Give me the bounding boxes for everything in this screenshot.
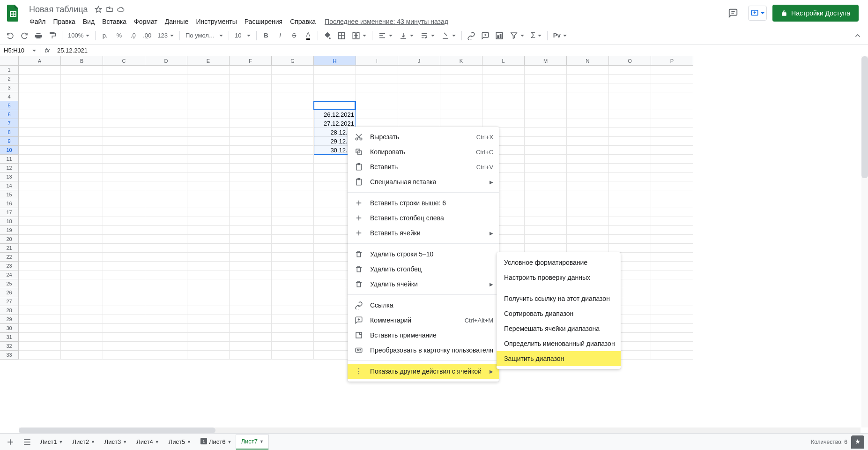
cell-D11[interactable]: [145, 155, 187, 164]
menu-Расширения[interactable]: Расширения: [241, 16, 286, 27]
cell-G16[interactable]: [272, 199, 314, 208]
cell-F1[interactable]: [230, 66, 272, 75]
cell-P29[interactable]: [651, 315, 693, 324]
cell-G4[interactable]: [272, 92, 314, 101]
cell-O20[interactable]: [609, 235, 651, 244]
cell-M3[interactable]: [525, 83, 567, 92]
sheet-tab-Лист1[interactable]: Лист1▼: [36, 435, 67, 450]
cell-E7[interactable]: [187, 119, 230, 128]
bold-button[interactable]: B: [260, 29, 273, 42]
ctx-subitem[interactable]: Определить именованный диапазон: [497, 336, 621, 351]
cell-E14[interactable]: [187, 181, 230, 190]
chevron-down-icon[interactable]: ▼: [187, 440, 191, 444]
merge-cells-button[interactable]: [349, 30, 369, 42]
cell-C15[interactable]: [103, 190, 145, 199]
cell-N18[interactable]: [567, 217, 609, 226]
row-header-20[interactable]: 20: [0, 235, 19, 244]
cell-K5[interactable]: [440, 101, 482, 110]
cell-D26[interactable]: [145, 288, 187, 297]
cell-B30[interactable]: [61, 324, 103, 333]
cell-M5[interactable]: [525, 101, 567, 110]
cell-F11[interactable]: [230, 155, 272, 164]
row-header-2[interactable]: 2: [0, 75, 19, 83]
cell-A21[interactable]: [19, 244, 61, 253]
cell-F32[interactable]: [230, 342, 272, 351]
cell-E15[interactable]: [187, 190, 230, 199]
col-header-G[interactable]: G: [272, 56, 314, 65]
col-header-P[interactable]: P: [651, 56, 693, 65]
ctx-subitem[interactable]: Защитить диапазон: [497, 351, 621, 366]
cell-N5[interactable]: [567, 101, 609, 110]
cell-L5[interactable]: [482, 101, 525, 110]
cell-C19[interactable]: [103, 226, 145, 235]
cell-B7[interactable]: [61, 119, 103, 128]
row-header-32[interactable]: 32: [0, 342, 19, 351]
cell-D21[interactable]: [145, 244, 187, 253]
borders-button[interactable]: [335, 29, 348, 42]
cell-D28[interactable]: [145, 306, 187, 315]
cell-G20[interactable]: [272, 235, 314, 244]
row-header-24[interactable]: 24: [0, 270, 19, 279]
cell-G14[interactable]: [272, 181, 314, 190]
cell-A28[interactable]: [19, 306, 61, 315]
strikethrough-button[interactable]: S: [288, 29, 301, 42]
cell-G1[interactable]: [272, 66, 314, 75]
cell-D16[interactable]: [145, 199, 187, 208]
cell-O7[interactable]: [609, 119, 651, 128]
cell-C14[interactable]: [103, 181, 145, 190]
percent-button[interactable]: %: [112, 29, 126, 42]
menu-Вид[interactable]: Вид: [80, 16, 98, 27]
cell-E29[interactable]: [187, 315, 230, 324]
cell-B16[interactable]: [61, 199, 103, 208]
cell-D8[interactable]: [145, 128, 187, 137]
redo-button[interactable]: [18, 29, 31, 42]
cell-D1[interactable]: [145, 66, 187, 75]
row-header-14[interactable]: 14: [0, 181, 19, 190]
cell-O18[interactable]: [609, 217, 651, 226]
cell-E26[interactable]: [187, 288, 230, 297]
row-header-18[interactable]: 18: [0, 217, 19, 226]
cell-F3[interactable]: [230, 83, 272, 92]
cell-B8[interactable]: [61, 128, 103, 137]
cell-C22[interactable]: [103, 253, 145, 262]
cell-G26[interactable]: [272, 288, 314, 297]
horizontal-scrollbar[interactable]: [19, 428, 861, 433]
cell-D5[interactable]: [145, 101, 187, 110]
cell-A26[interactable]: [19, 288, 61, 297]
cell-D22[interactable]: [145, 253, 187, 262]
cell-O9[interactable]: [609, 137, 651, 146]
cell-P10[interactable]: [651, 146, 693, 155]
cell-B27[interactable]: [61, 297, 103, 306]
row-header-29[interactable]: 29: [0, 315, 19, 324]
cell-N6[interactable]: [567, 110, 609, 119]
cell-A20[interactable]: [19, 235, 61, 244]
cell-C4[interactable]: [103, 92, 145, 101]
all-sheets-button[interactable]: [19, 435, 36, 450]
row-header-13[interactable]: 13: [0, 172, 19, 181]
cell-G33[interactable]: [272, 351, 314, 360]
text-rotation-button[interactable]: [438, 30, 459, 42]
cell-N15[interactable]: [567, 190, 609, 199]
cell-M20[interactable]: [525, 235, 567, 244]
chevron-down-icon[interactable]: ▼: [59, 440, 63, 444]
cell-O14[interactable]: [609, 181, 651, 190]
cell-D33[interactable]: [145, 351, 187, 360]
row-header-5[interactable]: 5: [0, 101, 19, 110]
cell-O17[interactable]: [609, 208, 651, 217]
cell-P18[interactable]: [651, 217, 693, 226]
italic-button[interactable]: I: [274, 29, 287, 42]
cell-F24[interactable]: [230, 270, 272, 279]
sheet-tab-Лист6[interactable]: 1Лист6▼: [196, 435, 236, 450]
ctx-item[interactable]: Ссылка: [348, 298, 499, 313]
cell-G17[interactable]: [272, 208, 314, 217]
row-header-31[interactable]: 31: [0, 333, 19, 342]
cell-P19[interactable]: [651, 226, 693, 235]
cell-F8[interactable]: [230, 128, 272, 137]
cell-N16[interactable]: [567, 199, 609, 208]
cell-P21[interactable]: [651, 244, 693, 253]
cell-C30[interactable]: [103, 324, 145, 333]
cell-G5[interactable]: [272, 101, 314, 110]
explore-button[interactable]: [851, 435, 864, 449]
cell-P27[interactable]: [651, 297, 693, 306]
cell-E1[interactable]: [187, 66, 230, 75]
